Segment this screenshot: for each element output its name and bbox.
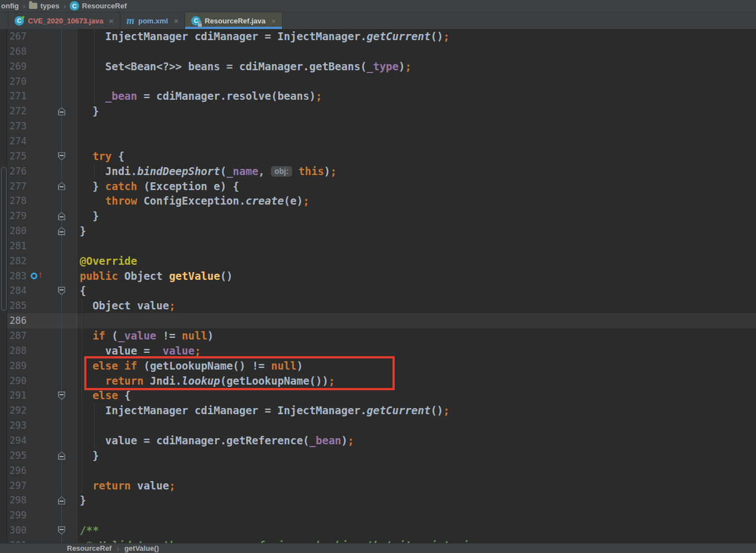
code-line[interactable]: _bean = cdiManager.resolve(beans);	[0, 89, 756, 104]
editor-tab-pom-xml[interactable]: mpom.xml×	[120, 12, 185, 29]
code-line[interactable]: /**	[0, 523, 756, 538]
override-arrow-icon: ↑	[38, 270, 42, 280]
code-line[interactable]	[0, 313, 756, 328]
editor-tab-bar: CCVE_2020_10673.java×mpom.xml×CResourceR…	[0, 12, 756, 29]
code-line[interactable]: else {	[0, 388, 756, 403]
code-line[interactable]	[0, 463, 756, 478]
tab-close-icon[interactable]: ×	[173, 17, 178, 25]
tab-close-icon[interactable]: ×	[109, 17, 114, 25]
breadcrumb-item-resourceref[interactable]: CResourceRef	[70, 1, 127, 11]
breadcrumb-bar-top: onfig›types›CResourceRef	[0, 0, 756, 12]
chevron-separator-icon: ›	[117, 545, 119, 552]
code-line[interactable]: value = cdiManager.getReference(_bean);	[0, 433, 756, 448]
code-line[interactable]: throw ConfigException.create(e);	[0, 193, 756, 208]
override-method-gutter-icon[interactable]: ↑	[31, 271, 44, 281]
code-line[interactable]: Set<Bean<?>> beans = cdiManager.getBeans…	[0, 59, 756, 74]
maven-icon: m	[127, 16, 134, 26]
code-line[interactable]	[0, 74, 756, 89]
fold-marker-icon[interactable]	[58, 452, 65, 460]
fold-marker-icon[interactable]	[58, 496, 65, 505]
code-line[interactable]: return value;	[0, 478, 756, 493]
override-circle-icon	[31, 273, 37, 279]
breadcrumb-label: types	[40, 2, 59, 10]
code-line[interactable]: }	[0, 104, 756, 119]
breadcrumb-label: onfig	[1, 2, 19, 10]
chevron-separator-icon: ›	[63, 2, 66, 10]
java-class-lock-icon: C	[191, 16, 201, 26]
code-line[interactable]	[0, 134, 756, 149]
code-line[interactable]	[0, 44, 756, 59]
attention-highlight-box	[84, 356, 395, 391]
tab-label: pom.xml	[138, 17, 168, 25]
code-line[interactable]: Object value;	[0, 298, 756, 313]
parameter-hint-inlay: obj:	[271, 166, 292, 177]
tab-label: ResourceRef.java	[205, 17, 265, 25]
code-line[interactable]: if (_value != null)	[0, 328, 756, 343]
code-line[interactable]: }	[0, 208, 756, 224]
fold-marker-icon[interactable]	[58, 287, 65, 295]
breadcrumb-item-onfig[interactable]: onfig	[1, 2, 19, 10]
code-editor: 2672682692702712722732742752762772782792…	[0, 29, 756, 553]
fold-marker-icon[interactable]	[58, 152, 65, 161]
code-line[interactable]: try {	[0, 149, 756, 164]
code-line[interactable]	[0, 239, 756, 254]
code-line[interactable]: InjectManager cdiManager = InjectManager…	[0, 29, 756, 44]
code-line[interactable]: } catch (Exception e) {	[0, 179, 756, 194]
java-class-run-icon: C	[14, 16, 24, 26]
fold-marker-icon[interactable]	[58, 182, 65, 190]
code-line[interactable]: public Object getValue()	[0, 269, 756, 284]
fold-marker-icon[interactable]	[58, 391, 65, 400]
code-line[interactable]: InjectManager cdiManager = InjectManager…	[0, 403, 756, 418]
code-line[interactable]: }	[0, 224, 756, 239]
fold-marker-icon[interactable]	[58, 526, 65, 535]
java-class-icon: C	[70, 1, 79, 11]
code-line[interactable]: @Override	[0, 254, 756, 269]
ide-window: { "colors":{ "tab_underline":"#4a8cd0", …	[0, 0, 756, 553]
code-line[interactable]: Jndi.bindDeepShort(_name, obj: this);	[0, 164, 756, 179]
code-line[interactable]: }	[0, 493, 756, 508]
code-line[interactable]: }	[0, 448, 756, 463]
chevron-separator-icon: ›	[23, 2, 26, 10]
code-line[interactable]	[0, 119, 756, 134]
breadcrumb-method[interactable]: getValue()	[124, 544, 159, 552]
editor-tab-resourceref[interactable]: CResourceRef.java×	[185, 12, 283, 29]
breadcrumb-bar-bottom: ResourceRef › getValue()	[0, 543, 756, 553]
tab-label: CVE_2020_10673.java	[28, 17, 103, 25]
code-line[interactable]	[0, 508, 756, 523]
breadcrumb-item-types[interactable]: types	[29, 2, 59, 10]
breadcrumb-label: ResourceRef	[82, 2, 127, 10]
code-line[interactable]	[0, 418, 756, 433]
fold-marker-icon[interactable]	[58, 227, 65, 235]
folder-icon	[29, 3, 37, 9]
code-line[interactable]: {	[0, 283, 756, 298]
editor-tab-cve-2020-10673[interactable]: CCVE_2020_10673.java×	[8, 12, 120, 29]
fold-marker-icon[interactable]	[58, 212, 65, 220]
tab-close-icon[interactable]: ×	[271, 17, 276, 25]
breadcrumb-class[interactable]: ResourceRef	[67, 544, 112, 552]
fold-marker-icon[interactable]	[58, 107, 65, 115]
